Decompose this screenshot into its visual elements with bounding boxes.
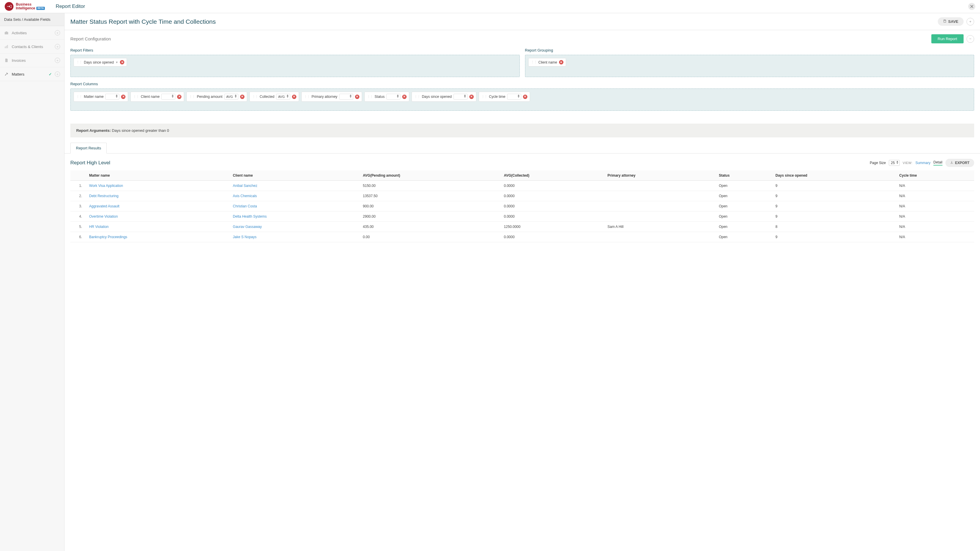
client-link[interactable]: Axis Chemicals — [233, 194, 257, 198]
drag-handle-icon[interactable]: ⋮⋮ — [189, 95, 195, 99]
chart-icon — [4, 44, 9, 49]
remove-icon[interactable]: ✕ — [120, 60, 124, 64]
chip-label: Primary attorney — [312, 95, 337, 99]
remove-icon[interactable]: ✕ — [177, 95, 181, 99]
matter-link[interactable]: HR Violation — [89, 225, 108, 229]
tab-report-results[interactable]: Report Results — [70, 143, 107, 154]
drag-handle-icon[interactable]: ⋮⋮ — [76, 95, 82, 99]
drag-handle-icon[interactable]: ⋮⋮ — [76, 60, 82, 64]
remove-icon[interactable]: ✕ — [240, 95, 245, 99]
row-number: 4. — [70, 211, 86, 222]
sidebar-item-matters[interactable]: Matters ✓ + — [0, 67, 64, 81]
add-icon[interactable]: + — [55, 30, 60, 35]
column-chip[interactable]: ⋮⋮Primary attorney✕ — [301, 92, 362, 102]
aggregate-select[interactable] — [453, 94, 468, 100]
client-link[interactable]: Gaurav Gassaway — [233, 225, 262, 229]
remove-icon[interactable]: ✕ — [469, 95, 474, 99]
title-row: Matter Status Report with Cycle Time and… — [65, 13, 980, 30]
add-icon[interactable]: + — [55, 44, 60, 49]
sidebar-item-contacts[interactable]: Contacts & Clients + — [0, 40, 64, 54]
column-chip[interactable]: ⋮⋮Days since opened✕ — [412, 92, 476, 102]
column-chip[interactable]: ⋮⋮Matter name✕ — [73, 92, 128, 102]
client-link[interactable]: Christian Costa — [233, 204, 257, 208]
svg-rect-2 — [5, 46, 6, 48]
view-summary-link[interactable]: Summary — [915, 161, 931, 165]
column-header[interactable]: Cycle time — [896, 170, 974, 181]
document-icon — [4, 58, 9, 63]
config-heading: Report Configuration — [70, 37, 111, 41]
add-icon[interactable]: + — [55, 58, 60, 63]
collapse-button[interactable]: − — [967, 35, 974, 43]
remove-icon[interactable]: ✕ — [523, 95, 527, 99]
logo-icon — [5, 2, 13, 11]
chip-label: Client name — [141, 95, 159, 99]
download-icon — [950, 161, 953, 165]
grouping-chip[interactable]: ⋮⋮ Client name ✕ — [528, 58, 566, 67]
aggregate-select[interactable] — [387, 94, 401, 100]
drag-handle-icon[interactable]: ⋮⋮ — [367, 95, 373, 99]
sidebar-item-activities[interactable]: Activities + — [0, 26, 64, 40]
remove-icon[interactable]: ✕ — [121, 95, 126, 99]
client-link[interactable]: Jake S Nopays — [233, 235, 256, 239]
matter-link[interactable]: Overtime Violation — [89, 214, 118, 219]
export-button[interactable]: EXPORT — [945, 159, 974, 167]
client-link[interactable]: Anibal Sanchez — [233, 184, 257, 188]
aggregate-select[interactable] — [507, 94, 521, 100]
column-chip[interactable]: ⋮⋮Pending amountAVG✕ — [186, 92, 247, 102]
tabs: Report Results — [65, 143, 980, 154]
filters-dropzone[interactable]: ⋮⋮ Days since opened ▼ ✕ — [70, 55, 520, 77]
column-header[interactable]: Client name — [229, 170, 360, 181]
chevron-down-icon[interactable]: ▼ — [116, 61, 118, 64]
table-row: 4.Overtime ViolationDelta Health Systems… — [70, 211, 974, 222]
remove-icon[interactable]: ✕ — [355, 95, 360, 99]
cell-cycle: N/A — [896, 211, 974, 222]
column-header[interactable]: Days since opened — [772, 170, 896, 181]
column-chip[interactable]: ⋮⋮Cycle time✕ — [479, 92, 530, 102]
aggregate-select[interactable] — [339, 94, 353, 100]
column-header[interactable] — [70, 170, 86, 181]
drag-handle-icon[interactable]: ⋮⋮ — [252, 95, 258, 99]
add-icon[interactable]: + — [55, 71, 60, 77]
column-chip[interactable]: ⋮⋮Client name✕ — [130, 92, 184, 102]
page-size-select[interactable]: 25 — [889, 160, 900, 166]
columns-dropzone[interactable]: ⋮⋮Matter name✕⋮⋮Client name✕⋮⋮Pending am… — [70, 89, 974, 111]
client-link[interactable]: Delta Health Systems — [233, 214, 266, 219]
remove-icon[interactable]: ✕ — [292, 95, 296, 99]
aggregate-select[interactable]: AVG — [276, 94, 290, 100]
drag-handle-icon[interactable]: ⋮⋮ — [481, 95, 487, 99]
cell-status: Open — [715, 201, 772, 211]
view-detail-link[interactable]: Detail — [933, 160, 942, 165]
filter-chip[interactable]: ⋮⋮ Days since opened ▼ ✕ — [73, 58, 127, 67]
drag-handle-icon[interactable]: ⋮⋮ — [133, 95, 139, 99]
aggregate-select[interactable]: AVG — [224, 94, 238, 100]
cell-days: 9 — [772, 201, 896, 211]
column-header[interactable]: AVG(Collected) — [500, 170, 604, 181]
matter-link[interactable]: Bankruptcy Proceedings — [89, 235, 127, 239]
run-report-button[interactable]: Run Report — [931, 34, 964, 43]
matter-link[interactable]: Work Visa Application — [89, 184, 123, 188]
grouping-dropzone[interactable]: ⋮⋮ Client name ✕ — [525, 55, 974, 77]
aggregate-select[interactable] — [161, 94, 175, 100]
column-chip[interactable]: ⋮⋮CollectedAVG✕ — [250, 92, 299, 102]
drag-handle-icon[interactable]: ⋮⋮ — [304, 95, 310, 99]
column-header[interactable]: Matter name — [86, 170, 229, 181]
sidebar-item-invoices[interactable]: Invoices + — [0, 54, 64, 67]
aggregate-select[interactable] — [105, 94, 119, 100]
remove-icon[interactable]: ✕ — [402, 95, 407, 99]
matter-link[interactable]: Aggravated Assault — [89, 204, 119, 208]
drag-handle-icon[interactable]: ⋮⋮ — [414, 95, 420, 99]
table-row: 1.Work Visa ApplicationAnibal Sanchez515… — [70, 181, 974, 191]
drag-handle-icon[interactable]: ⋮⋮ — [531, 60, 537, 64]
cell-cycle: N/A — [896, 222, 974, 232]
remove-icon[interactable]: ✕ — [559, 60, 563, 64]
cell-pending: 0.00 — [360, 232, 500, 242]
add-report-button[interactable]: + — [967, 18, 974, 25]
cell-days: 9 — [772, 181, 896, 191]
matter-link[interactable]: Debt Restructuring — [89, 194, 118, 198]
save-button[interactable]: SAVE — [938, 17, 964, 26]
column-chip[interactable]: ⋮⋮Status✕ — [364, 92, 409, 102]
column-header[interactable]: Status — [715, 170, 772, 181]
column-header[interactable]: Primary attorney — [604, 170, 715, 181]
close-button[interactable] — [968, 3, 975, 10]
column-header[interactable]: AVG(Pending amount) — [360, 170, 500, 181]
